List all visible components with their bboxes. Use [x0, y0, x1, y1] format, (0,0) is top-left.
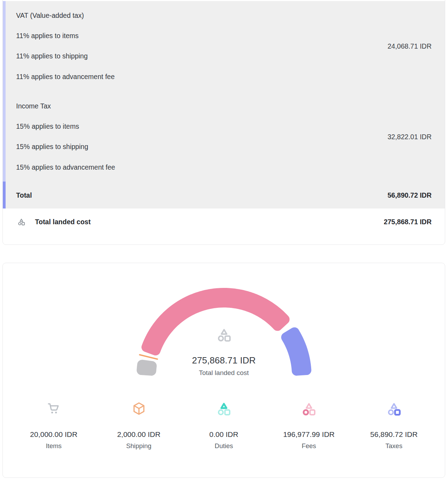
- legend-label: Items: [11, 442, 96, 450]
- legend-fees: 196,977.99 IDR Fees: [266, 399, 351, 450]
- legend-taxes: 56,890.72 IDR Taxes: [351, 399, 436, 450]
- group-title: VAT (Value-added tax): [16, 5, 432, 26]
- shapes-duties-icon: [216, 401, 232, 417]
- tax-detail-panel: VAT (Value-added tax) 11% applies to ite…: [3, 1, 445, 208]
- gauge-center-value: 275,868.71 IDR: [3, 355, 445, 366]
- legend-shipping: 2,000.00 IDR Shipping: [96, 399, 181, 450]
- tax-row: 11% applies to items: [16, 26, 432, 46]
- total-label: Total: [16, 191, 32, 199]
- legend-value: 20,000.00 IDR: [11, 430, 96, 439]
- tax-total-row: Total 56,890.72 IDR: [16, 182, 432, 209]
- legend-value: 0.00 IDR: [181, 430, 266, 439]
- legend-label: Duties: [181, 442, 266, 450]
- income-tax-group: Income Tax 15% applies to items 15% appl…: [16, 96, 432, 178]
- legend-value: 196,977.99 IDR: [266, 430, 351, 439]
- tax-row: 15% applies to advancement fee: [16, 157, 432, 178]
- shapes-taxes-icon: [386, 401, 402, 417]
- landed-cost-value: 275,868.71 IDR: [384, 218, 432, 226]
- gauge-center-label: Total landed cost: [3, 369, 445, 377]
- gauge-segment-fees[interactable]: [146, 293, 285, 351]
- tax-content: VAT (Value-added tax) 11% applies to ite…: [3, 1, 445, 208]
- tax-row: 15% applies to items: [16, 116, 432, 137]
- tax-row: 11% applies to advancement fee: [16, 66, 432, 87]
- legend-items: 20,000.00 IDR Items: [11, 399, 96, 450]
- landed-cost-label: Total landed cost: [35, 218, 91, 226]
- tax-row: 11% applies to shipping: [16, 46, 432, 67]
- total-landed-cost-row: Total landed cost 275,868.71 IDR: [3, 208, 445, 226]
- legend-duties: 0.00 IDR Duties: [181, 399, 266, 450]
- scrollbar-track[interactable]: [3, 1, 6, 208]
- landed-cost-shapes-icon: [216, 327, 232, 343]
- scrollbar-thumb[interactable]: [3, 182, 6, 208]
- vat-group: VAT (Value-added tax) 11% applies to ite…: [16, 5, 432, 87]
- legend-label: Fees: [266, 442, 351, 450]
- legend-label: Taxes: [351, 442, 436, 450]
- gauge-legend: 20,000.00 IDR Items 2,000.00 IDR Shippin…: [11, 399, 436, 450]
- landed-cost-shapes-icon: [17, 218, 26, 226]
- income-tax-amount: 32,822.01 IDR: [387, 132, 432, 142]
- tax-breakdown-card: VAT (Value-added tax) 11% applies to ite…: [2, 0, 445, 245]
- tax-row: 15% applies to shipping: [16, 137, 432, 157]
- legend-value: 56,890.72 IDR: [351, 430, 436, 439]
- group-title: Income Tax: [16, 96, 432, 116]
- package-icon: [132, 401, 146, 416]
- vat-amount: 24,068.71 IDR: [387, 41, 432, 51]
- landed-cost-gauge-card: 275,868.71 IDR Total landed cost 20,000.…: [2, 263, 445, 478]
- cart-icon: [47, 402, 61, 416]
- legend-value: 2,000.00 IDR: [96, 430, 181, 439]
- total-value: 56,890.72 IDR: [387, 191, 432, 199]
- legend-label: Shipping: [96, 442, 181, 450]
- shapes-fees-icon: [301, 401, 317, 417]
